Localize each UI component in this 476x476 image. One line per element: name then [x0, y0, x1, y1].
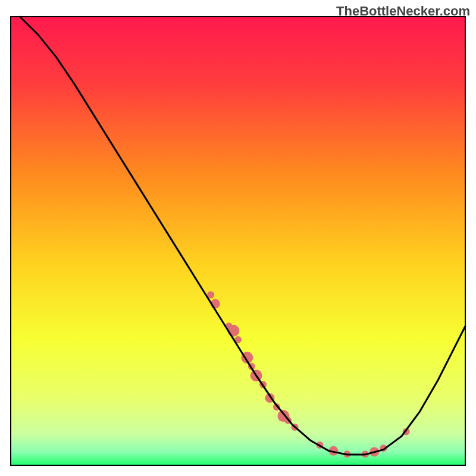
- watermark-text: TheBottleNecker.com: [336, 4, 470, 19]
- plot-background: [11, 17, 465, 465]
- chart-marker: [227, 325, 239, 337]
- chart-svg: [0, 0, 476, 476]
- chart-container: TheBottleNecker.com: [0, 0, 476, 476]
